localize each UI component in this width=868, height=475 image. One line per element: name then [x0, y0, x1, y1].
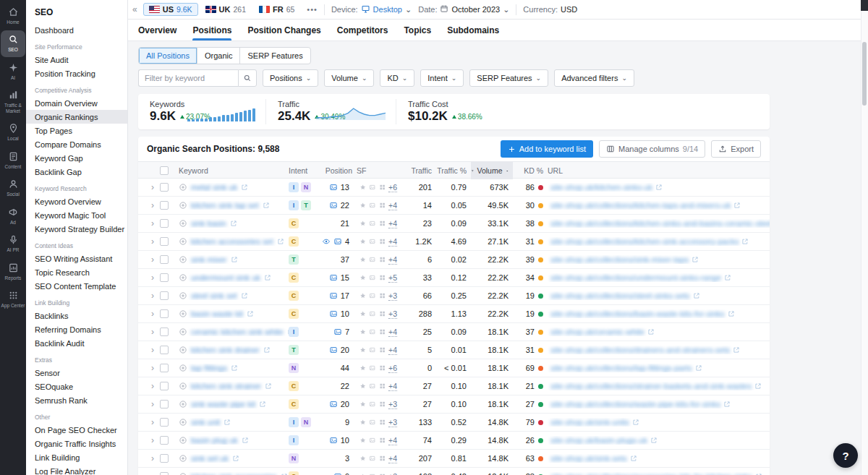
row-expand-button[interactable]: › — [145, 363, 160, 373]
column-header-volume[interactable]: Volume — [471, 162, 513, 179]
external-link-icon[interactable] — [655, 184, 663, 191]
sf-more-count[interactable]: +4 — [388, 454, 397, 463]
rail-item-ai[interactable]: AI — [1, 59, 25, 85]
external-link-icon[interactable] — [231, 364, 238, 372]
sidebar-item-link-building[interactable]: Link Building — [26, 450, 127, 464]
external-link-icon[interactable] — [647, 328, 655, 335]
column-header-sf[interactable]: SF — [357, 166, 397, 175]
url-cell[interactable]: site-shop.uk/collections/drainers-and-st… — [548, 346, 770, 354]
row-expand-button[interactable]: › — [145, 182, 160, 192]
sf-more-count[interactable]: +3 — [388, 309, 397, 319]
device-selector[interactable]: Device: Desktop ⌄ — [331, 4, 412, 15]
external-link-icon[interactable] — [632, 419, 639, 426]
external-link-icon[interactable] — [650, 437, 658, 444]
external-link-icon[interactable] — [241, 292, 248, 299]
external-link-icon[interactable] — [224, 419, 231, 426]
sf-more-count[interactable]: +3 — [388, 291, 397, 301]
external-link-icon[interactable] — [733, 202, 741, 209]
rail-item-content[interactable]: Content — [1, 147, 25, 174]
row-expand-button[interactable]: › — [145, 291, 160, 301]
sf-more-count[interactable]: +6 — [388, 183, 397, 192]
row-expand-button[interactable]: › — [145, 327, 160, 337]
sidebar-item-top-pages[interactable]: Top Pages — [26, 124, 127, 137]
external-link-icon[interactable] — [230, 220, 237, 227]
sidebar-item-domain-overview[interactable]: Domain Overview — [26, 96, 127, 110]
row-expand-button[interactable]: › — [145, 273, 160, 283]
sidebar-item-keyword-overview[interactable]: Keyword Overview — [26, 194, 127, 208]
filter-dropdown-positions[interactable]: Positions⌄ — [263, 69, 318, 87]
row-checkbox[interactable] — [160, 219, 169, 228]
sf-more-count[interactable]: +4 — [388, 436, 397, 445]
sf-more-count[interactable]: +3 — [388, 472, 397, 475]
sidebar-item-keyword-gap[interactable]: Keyword Gap — [26, 151, 127, 165]
keyword-cell[interactable]: kitchen sink strainer — [179, 382, 289, 390]
keyword-cell[interactable]: sink unit — [179, 418, 289, 427]
external-link-icon[interactable] — [263, 202, 270, 209]
sidebar-item-log-file-analyzer[interactable]: Log File Analyzer — [26, 464, 127, 475]
sf-more-count[interactable]: +4 — [388, 255, 397, 265]
add-keyword-icon[interactable] — [179, 201, 187, 210]
sidebar-collapse-button[interactable]: « — [132, 4, 137, 14]
sidebar-item-keyword-magic-tool[interactable]: Keyword Magic Tool — [26, 208, 127, 222]
external-link-icon[interactable] — [264, 274, 271, 281]
add-to-keyword-list-button[interactable]: Add to keyword list — [501, 140, 593, 158]
sidebar-item-compare-domains[interactable]: Compare Domains — [26, 137, 127, 151]
row-checkbox[interactable] — [160, 382, 169, 390]
filter-dropdown-volume[interactable]: Volume⌄ — [324, 69, 374, 87]
tab-competitors[interactable]: Competitors — [337, 20, 388, 40]
row-expand-button[interactable]: › — [145, 453, 160, 463]
add-keyword-icon[interactable] — [179, 183, 187, 192]
external-link-icon[interactable] — [231, 256, 238, 263]
keyword-filter-input[interactable] — [138, 69, 238, 87]
country-tab-uk[interactable]: UK261 — [200, 3, 252, 16]
row-expand-button[interactable]: › — [145, 345, 160, 355]
keyword-cell[interactable]: basin waste kit — [179, 309, 289, 318]
row-checkbox[interactable] — [160, 346, 169, 354]
row-checkbox[interactable] — [160, 400, 169, 408]
column-header-position[interactable]: Position — [318, 166, 357, 175]
keyword-cell[interactable]: sink set uk — [179, 454, 289, 463]
row-checkbox[interactable] — [160, 201, 169, 210]
row-checkbox[interactable] — [160, 418, 169, 427]
filter-dropdown-kd[interactable]: KD⌄ — [380, 69, 414, 87]
rail-item-social[interactable]: Social — [1, 175, 25, 201]
sidebar-item-seo-content-template[interactable]: SEO Content Template — [26, 279, 127, 293]
row-checkbox[interactable] — [160, 183, 169, 192]
tab-overview[interactable]: Overview — [138, 20, 176, 40]
filter-dropdown-advanced-filters[interactable]: Advanced filters⌄ — [554, 69, 634, 87]
add-keyword-icon[interactable] — [179, 309, 187, 318]
add-keyword-icon[interactable] — [179, 418, 187, 427]
external-link-icon[interactable] — [630, 455, 637, 462]
external-link-icon[interactable] — [277, 238, 284, 245]
sf-more-count[interactable]: +4 — [388, 346, 397, 355]
url-cell[interactable]: site-shop.uk/sink-units — [548, 418, 770, 427]
url-cell[interactable]: site-shop.uk/collections/kitchen-sinks-a… — [548, 219, 770, 228]
external-link-icon[interactable] — [754, 382, 762, 390]
sidebar-item-backlink-audit[interactable]: Backlink Audit — [26, 336, 127, 350]
filter-dropdown-serp-features[interactable]: SERP Features⌄ — [469, 69, 548, 87]
external-link-icon[interactable] — [232, 455, 239, 462]
url-cell[interactable]: site-shop.uk/collections/sink-mixer-taps — [548, 255, 770, 264]
row-expand-button[interactable]: › — [145, 435, 160, 445]
add-keyword-icon[interactable] — [179, 400, 187, 408]
add-keyword-icon[interactable] — [179, 328, 187, 336]
url-cell[interactable]: site-shop.uk/collections/kitchen-taps-an… — [548, 201, 770, 210]
country-tab-us[interactable]: US9.6K — [143, 3, 198, 16]
filter-dropdown-intent[interactable]: Intent⌄ — [420, 69, 464, 87]
column-header-intent[interactable]: Intent — [289, 166, 318, 175]
sidebar-item-on-page-seo-checker[interactable]: On Page SEO Checker — [26, 423, 127, 437]
date-selector[interactable]: Date: October 2023 ⌄ — [418, 4, 509, 14]
external-link-icon[interactable] — [733, 346, 740, 354]
url-cell[interactable]: site-shop.uk/collections/accessories-kit… — [548, 472, 770, 475]
keyword-cell[interactable]: basin plug uk — [179, 436, 289, 445]
add-keyword-icon[interactable] — [179, 454, 187, 463]
scrollbar-thumb[interactable] — [862, 42, 867, 106]
rail-item-home[interactable]: Home — [1, 3, 25, 29]
sidebar-item-backlink-gap[interactable]: Backlink Gap — [26, 165, 127, 179]
row-checkbox[interactable] — [160, 328, 169, 336]
segment-organic[interactable]: Organic — [197, 48, 241, 64]
url-cell[interactable]: site-shop.uk/sink-sets — [548, 454, 770, 463]
external-link-icon[interactable] — [728, 310, 735, 317]
tab-positions[interactable]: Positions — [192, 20, 231, 40]
sf-more-count[interactable]: +4 — [388, 219, 397, 228]
